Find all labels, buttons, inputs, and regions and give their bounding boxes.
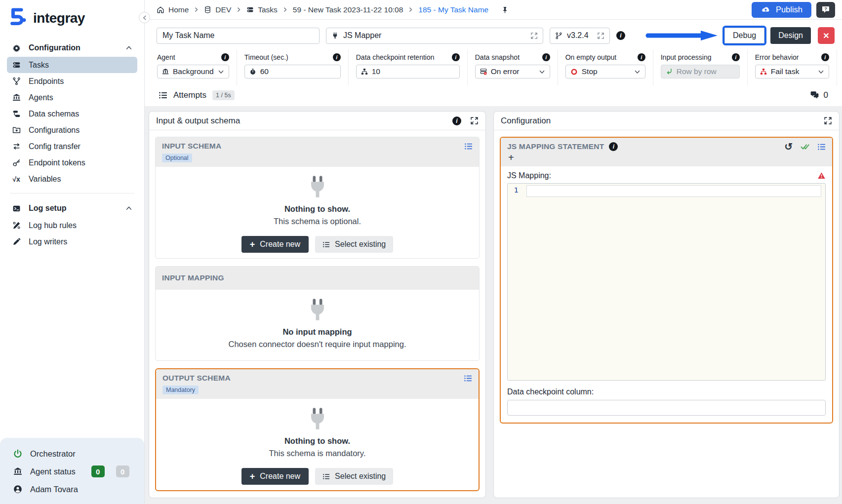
stop-ring-icon (570, 68, 578, 76)
configurations-icon (12, 126, 21, 134)
sidebar-item-config-transfer[interactable]: Config transfer (7, 138, 137, 155)
timeout-input[interactable]: 60 (244, 65, 341, 78)
input-schema-title: INPUT SCHEMA (162, 142, 473, 151)
agent-select[interactable]: Background (157, 65, 229, 78)
create-new-button[interactable]: + Create new (241, 236, 309, 253)
info-icon[interactable]: i (333, 53, 341, 61)
expand-icon[interactable] (824, 116, 832, 125)
sidebar-item-tasks[interactable]: Tasks (7, 57, 137, 73)
info-icon[interactable]: i (732, 53, 740, 61)
undo-icon[interactable]: ↺ (784, 142, 793, 152)
orchestrator-status[interactable]: Orchestrator (5, 445, 139, 463)
editor-current-line[interactable] (526, 185, 821, 197)
app-logo[interactable]: integray (0, 0, 144, 37)
empty-state-subtitle: Chosen connector doesn't require input m… (165, 340, 469, 349)
list-icon (322, 241, 330, 248)
field-checkpoint-retention: Data checkpoint retentioni 10 (349, 49, 468, 85)
output-schema-title: OUTPUT SCHEMA (162, 374, 472, 383)
design-tab-button[interactable]: Design (770, 27, 811, 44)
stopwatch-icon (249, 68, 256, 75)
connector-select[interactable]: JS Mapper (326, 28, 543, 44)
sidebar-item-log-writers[interactable]: Log writers (7, 233, 137, 250)
debug-tab-button[interactable]: Debug (724, 28, 764, 43)
version-select[interactable]: v3.2.4 (550, 28, 610, 44)
attempts-label[interactable]: Attempts (173, 90, 206, 100)
sidebar-item-endpoint-tokens[interactable]: Endpoint tokens (7, 155, 137, 171)
data-schemas-icon (12, 110, 21, 118)
sidebar-item-data-schemas[interactable]: Data schemas (7, 106, 137, 122)
attempts-badge: 1 / 5s (212, 90, 235, 100)
home-icon (157, 6, 164, 14)
chevron-down-icon (634, 69, 641, 75)
expand-icon[interactable] (597, 32, 604, 39)
terminal-icon (12, 204, 21, 213)
user-menu[interactable]: Adam Tovara (5, 480, 139, 498)
sidebar: integray Configuration Tasks Endpoints A… (0, 0, 145, 504)
expand-icon[interactable] (530, 32, 538, 39)
expand-icon[interactable] (470, 116, 479, 125)
task-name-input[interactable] (157, 28, 320, 44)
plus-icon: + (250, 472, 255, 481)
validate-check-icon[interactable] (801, 142, 809, 151)
endpoints-icon (12, 77, 21, 85)
breadcrumb-environment[interactable]: DEV (204, 5, 231, 14)
close-button[interactable]: ✕ (818, 27, 835, 44)
create-new-button[interactable]: + Create new (241, 468, 309, 485)
breadcrumb-home[interactable]: Home (157, 5, 189, 14)
select-existing-button[interactable]: Select existing (315, 236, 393, 253)
info-icon[interactable]: i (821, 53, 829, 61)
info-icon[interactable]: i (542, 53, 550, 61)
agent-status[interactable]: Agent status 0 0 (5, 463, 139, 480)
list-icon[interactable] (464, 142, 473, 151)
sidebar-collapse-button[interactable] (139, 12, 150, 23)
field-timeout: Timeout (sec.)i 60 (237, 49, 349, 85)
info-icon[interactable]: i (452, 116, 461, 125)
error-behavior-select[interactable]: Fail task (755, 65, 829, 78)
data-checkpoint-column-label: Data checkpoint column: (507, 388, 826, 396)
user-name: Adam Tovara (30, 485, 78, 494)
topbar-actions: Publish ? (752, 2, 835, 18)
data-checkpoint-column-input[interactable] (507, 400, 826, 416)
cloud-upload-icon (761, 6, 771, 13)
list-icon[interactable] (817, 143, 826, 151)
info-icon[interactable]: i (221, 53, 229, 61)
agents-icon (13, 467, 22, 476)
comments-button[interactable]: 0 (810, 90, 828, 100)
sidebar-item-endpoints[interactable]: Endpoints (7, 73, 137, 89)
plug-icon (331, 32, 339, 39)
breadcrumb-parent-task[interactable]: 59 - New Task 2023-11-22 10:08 (293, 5, 403, 14)
data-snapshot-select[interactable]: On error (475, 65, 550, 78)
sidebar-item-agents[interactable]: Agents (7, 89, 137, 106)
pin-icon[interactable] (501, 6, 509, 13)
schema-panel: Input & output schema i INPUT SCHEMA Opt… (149, 111, 486, 498)
help-chat-button[interactable]: ? (816, 2, 835, 18)
info-icon[interactable]: i (452, 53, 460, 61)
git-branch-icon (555, 32, 562, 39)
sidebar-item-variables[interactable]: √x Variables (7, 171, 137, 187)
publish-button[interactable]: Publish (752, 2, 811, 18)
debug-annotation-cluster: Debug Design ✕ (644, 26, 835, 45)
info-icon[interactable]: i (609, 142, 618, 151)
configuration-panel: Configuration JS MAPPING STATEMENT i ↺ (493, 111, 840, 498)
info-icon[interactable]: i (616, 31, 625, 40)
sidebar-item-configurations[interactable]: Configurations (7, 122, 137, 138)
database-icon (204, 6, 211, 13)
empty-state-title: No input mapping (165, 327, 469, 337)
integray-logo-icon (10, 8, 28, 28)
chevron-right-icon (408, 7, 413, 12)
task-header-row: JS Mapper v3.2.4 i Debug Design ✕ (145, 20, 842, 49)
list-icon[interactable] (464, 374, 472, 383)
sidebar-footer: Orchestrator Agent status 0 0 Adam Tovar… (0, 438, 144, 504)
nav-section-log-setup[interactable]: Log setup (7, 199, 137, 217)
sidebar-item-log-hub-rules[interactable]: Log hub rules (7, 217, 137, 233)
add-statement-button[interactable]: + (507, 152, 518, 163)
js-mapping-code-editor[interactable]: 1 (507, 183, 826, 381)
select-existing-button[interactable]: Select existing (315, 468, 393, 485)
breadcrumb-tasks[interactable]: Tasks (246, 5, 278, 14)
on-empty-output-select[interactable]: Stop (565, 65, 645, 78)
breadcrumb: Home DEV Tasks 59 - New Task 2023-11-22 … (157, 5, 509, 14)
info-icon[interactable]: i (638, 53, 645, 61)
checkpoint-retention-input[interactable]: 10 (356, 65, 460, 78)
nav-section-configuration[interactable]: Configuration (7, 39, 137, 57)
breadcrumb-current-task[interactable]: 185 - My Task Name (418, 5, 488, 14)
